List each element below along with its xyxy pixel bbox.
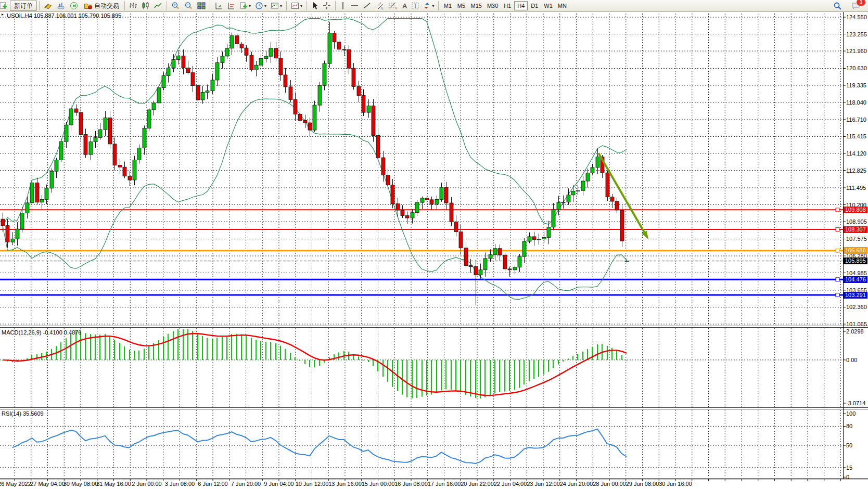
- candle-body: [118, 165, 122, 168]
- candle-body: [532, 237, 536, 239]
- macd-histogram-bar: [431, 360, 432, 395]
- candle-body: [620, 210, 624, 241]
- candle-body: [386, 175, 390, 185]
- timeframe-m30[interactable]: M30: [484, 1, 501, 10]
- timeframe-mn[interactable]: MN: [555, 1, 569, 10]
- horizontal-line-tool[interactable]: [348, 0, 361, 11]
- signal-icon[interactable]: [68, 0, 81, 11]
- zoom-out-icon[interactable]: [182, 0, 195, 11]
- equidistant-channel-tool[interactable]: E: [373, 0, 387, 11]
- arrows-icon: [424, 2, 431, 10]
- chevron-down-icon: ▾: [280, 4, 282, 8]
- svg-text:E: E: [381, 6, 384, 10]
- candle-body: [372, 106, 375, 135]
- market-depth-icon[interactable]: [55, 0, 68, 11]
- zoom-out-magnifier-icon: [184, 2, 193, 10]
- candle-body: [206, 91, 209, 93]
- level-line-handle[interactable]: [836, 278, 839, 281]
- macd-histogram-bar: [558, 360, 559, 365]
- candle-body: [522, 241, 526, 256]
- macd-histogram-bar: [392, 360, 393, 387]
- candle-body: [162, 76, 165, 88]
- candle-body: [376, 135, 380, 158]
- candle-body: [313, 105, 316, 130]
- autotrade-label: 自动交易: [94, 2, 119, 10]
- candle-body: [411, 213, 414, 218]
- macd-histogram-bar: [270, 342, 271, 360]
- chart-bars-icon[interactable]: [127, 0, 139, 11]
- candle-body: [483, 259, 487, 270]
- indicators-menu-button[interactable]: ▾: [289, 0, 304, 11]
- candle-body: [615, 201, 619, 210]
- level-line-handle[interactable]: [836, 293, 839, 297]
- rsi-line: [12, 429, 627, 464]
- tile-windows-icon[interactable]: [195, 0, 208, 11]
- chart-plot[interactable]: [0, 0, 868, 489]
- candle-body: [201, 92, 205, 100]
- arrows-menu-button[interactable]: ▾: [422, 0, 436, 11]
- cursor-tool[interactable]: [309, 0, 321, 11]
- candle-body: [157, 88, 161, 103]
- macd-histogram-bar: [358, 356, 359, 360]
- search-button[interactable]: [831, 0, 844, 11]
- candle-body: [561, 202, 565, 203]
- text-label-tool[interactable]: T: [409, 0, 422, 11]
- template-menu-button[interactable]: ▾: [269, 0, 284, 11]
- align-charts-icon[interactable]: [225, 0, 237, 11]
- level-line-handle[interactable]: [836, 249, 839, 252]
- period-menu-button[interactable]: ▾: [253, 0, 269, 11]
- macd-histogram-bar: [382, 360, 384, 377]
- macd-histogram-bar: [465, 360, 466, 395]
- chat-button[interactable]: 1: [849, 0, 863, 11]
- new-order-button[interactable]: 新订单: [10, 1, 37, 11]
- level-line-handle[interactable]: [836, 228, 839, 231]
- chart-plus-icon: [0, 2, 7, 10]
- candle-body: [518, 256, 521, 267]
- svg-text:T: T: [414, 3, 417, 9]
- candle-body: [337, 42, 341, 49]
- macd-histogram-bar: [158, 340, 159, 360]
- candle-body: [308, 123, 312, 130]
- candle-body: [274, 48, 278, 58]
- candle-body: [30, 183, 34, 202]
- new-chart-icon[interactable]: [0, 0, 9, 11]
- macd-histogram-bar: [436, 360, 437, 393]
- macd-histogram-bar: [529, 360, 530, 381]
- timeframe-m1[interactable]: M1: [441, 1, 454, 10]
- timeframe-m15[interactable]: M15: [468, 1, 484, 10]
- autotrade-button[interactable]: 自动交易: [81, 1, 122, 11]
- timeframe-h4[interactable]: H4: [514, 1, 528, 10]
- chart-candles-icon[interactable]: [139, 0, 152, 11]
- text-label-icon: T: [411, 2, 419, 10]
- trend-arrow-head[interactable]: [642, 230, 648, 239]
- zoom-in-icon[interactable]: [169, 0, 182, 11]
- chart-line-icon[interactable]: [152, 0, 164, 11]
- timeframe-d1[interactable]: D1: [528, 1, 541, 10]
- level-line-handle[interactable]: [836, 208, 839, 212]
- chevron-down-icon: ▾: [432, 4, 434, 8]
- macd-histogram-bar: [183, 329, 184, 360]
- macd-histogram-bar: [202, 336, 203, 360]
- candle-body: [186, 68, 190, 73]
- timeframe-h1[interactable]: H1: [501, 1, 514, 10]
- arrange-charts-icon[interactable]: [212, 0, 225, 11]
- macd-histogram-bar: [70, 334, 71, 360]
- macd-histogram-bar: [338, 352, 339, 360]
- indicators-icon: [291, 2, 299, 10]
- price-list-icon[interactable]: [42, 0, 55, 11]
- fibonacci-tool[interactable]: F: [387, 0, 400, 11]
- macd-histogram-bar: [192, 331, 193, 360]
- chevron-down-icon: ▾: [300, 4, 302, 8]
- macd-histogram-bar: [441, 360, 442, 391]
- vertical-line-tool[interactable]: [338, 0, 348, 11]
- timeframe-m5[interactable]: M5: [454, 1, 468, 10]
- macd-histogram-bar: [519, 360, 520, 388]
- new-chart-menu-button[interactable]: ▾: [237, 0, 253, 11]
- text-tool[interactable]: A: [400, 0, 409, 11]
- candle-body: [415, 202, 419, 213]
- macd-histogram-bar: [563, 360, 564, 362]
- candle-body: [489, 255, 492, 259]
- timeframe-w1[interactable]: W1: [541, 1, 555, 10]
- trendline-tool[interactable]: [361, 0, 373, 11]
- crosshair-tool[interactable]: [321, 0, 333, 11]
